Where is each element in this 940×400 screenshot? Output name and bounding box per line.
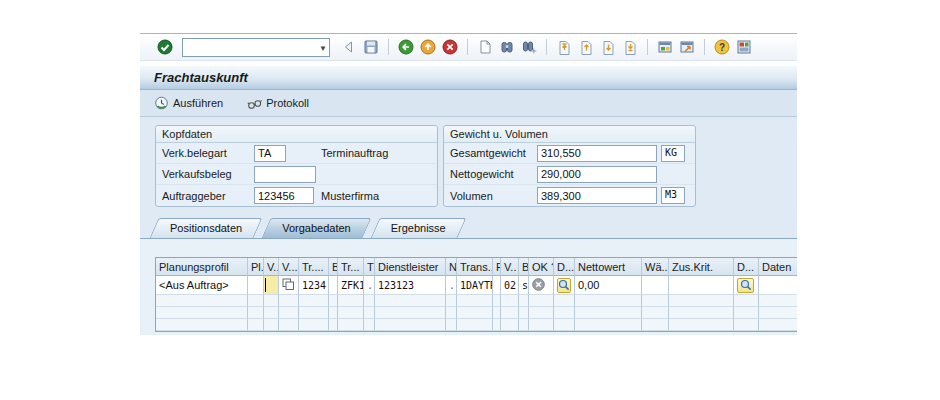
cell-planungsprofil[interactable]: <Aus Auftrag>	[156, 276, 248, 295]
volumen-input[interactable]	[537, 187, 657, 204]
first-page-icon[interactable]	[555, 38, 573, 56]
empty-cell[interactable]	[364, 295, 375, 307]
cell-pl[interactable]	[248, 276, 264, 295]
new-session-icon[interactable]	[656, 38, 674, 56]
empty-cell[interactable]	[364, 319, 375, 331]
column-header-b2[interactable]: B	[519, 258, 529, 276]
find-next-icon[interactable]	[520, 38, 538, 56]
empty-cell[interactable]	[338, 319, 364, 331]
empty-cell[interactable]	[669, 295, 734, 307]
empty-cell[interactable]	[493, 319, 501, 331]
column-header-v1[interactable]: V..	[264, 258, 279, 276]
column-header-pl[interactable]: Pl...	[248, 258, 264, 276]
shortcut-icon[interactable]	[678, 38, 696, 56]
enter-icon[interactable]	[156, 38, 174, 56]
empty-cell[interactable]	[669, 319, 734, 331]
cancel-icon[interactable]	[441, 38, 459, 56]
prev-page-icon[interactable]	[577, 38, 595, 56]
tab-positionsdaten[interactable]: Positionsdaten	[154, 218, 258, 238]
cell-r[interactable]	[493, 276, 501, 295]
empty-cell[interactable]	[501, 307, 519, 319]
column-header-r[interactable]: R	[493, 258, 501, 276]
empty-cell[interactable]	[264, 319, 279, 331]
empty-cell[interactable]	[329, 307, 338, 319]
empty-cell[interactable]	[156, 307, 248, 319]
empty-cell[interactable]	[493, 307, 501, 319]
empty-cell[interactable]	[529, 319, 554, 331]
cell-waehrung[interactable]	[642, 276, 669, 295]
find-icon[interactable]	[498, 38, 516, 56]
column-header-nettowert[interactable]: Nettowert	[575, 258, 642, 276]
cell-v3[interactable]: 02	[501, 276, 519, 295]
empty-cell[interactable]	[734, 307, 759, 319]
empty-cell[interactable]	[759, 319, 797, 331]
column-header-n[interactable]: N	[446, 258, 457, 276]
empty-cell[interactable]	[669, 307, 734, 319]
empty-cell[interactable]	[338, 295, 364, 307]
empty-cell[interactable]	[375, 295, 446, 307]
column-header-zuskrit[interactable]: Zus.Krit.	[669, 258, 734, 276]
empty-cell[interactable]	[529, 295, 554, 307]
empty-cell[interactable]	[529, 307, 554, 319]
column-header-d1[interactable]: D...	[554, 258, 575, 276]
cell-daten[interactable]	[759, 276, 797, 295]
back-icon[interactable]	[340, 38, 358, 56]
nettogewicht-input[interactable]	[537, 166, 657, 183]
empty-cell[interactable]	[642, 295, 669, 307]
empty-cell[interactable]	[759, 307, 797, 319]
detail-search-button[interactable]	[557, 278, 571, 293]
column-header-t[interactable]: T	[364, 258, 375, 276]
empty-cell[interactable]	[446, 307, 457, 319]
empty-cell[interactable]	[338, 307, 364, 319]
empty-cell[interactable]	[299, 319, 329, 331]
empty-cell[interactable]	[156, 319, 248, 331]
empty-cell[interactable]	[575, 295, 642, 307]
empty-cell[interactable]	[642, 307, 669, 319]
empty-cell[interactable]	[734, 295, 759, 307]
save-icon[interactable]	[362, 38, 380, 56]
protokoll-button[interactable]: Protokoll	[245, 94, 309, 112]
cell-ok[interactable]	[529, 276, 554, 295]
column-header-d2[interactable]: D...	[734, 258, 759, 276]
empty-cell[interactable]	[248, 319, 264, 331]
column-header-trans[interactable]: Trans...	[457, 258, 493, 276]
empty-cell[interactable]	[519, 319, 529, 331]
empty-cell[interactable]	[759, 295, 797, 307]
tab-vorgabedaten[interactable]: Vorgabedaten	[266, 218, 367, 238]
empty-cell[interactable]	[329, 319, 338, 331]
column-header-v2[interactable]: V...	[279, 258, 299, 276]
empty-cell[interactable]	[279, 319, 299, 331]
column-header-b1[interactable]: B	[329, 258, 338, 276]
column-header-tr1[interactable]: Tr....	[299, 258, 329, 276]
cell-dienstleister[interactable]: 123123	[375, 276, 446, 295]
cell-tr1[interactable]: 1234	[299, 276, 329, 295]
empty-cell[interactable]	[279, 307, 299, 319]
command-field[interactable]	[182, 38, 330, 57]
empty-cell[interactable]	[519, 307, 529, 319]
cell-trans[interactable]: 1DAYTR	[457, 276, 493, 295]
copy-icon[interactable]	[282, 278, 295, 293]
column-header-ok[interactable]: OK ?	[529, 258, 554, 276]
column-header-tr2[interactable]: Tr...	[338, 258, 364, 276]
chevron-down-icon[interactable]: ▼	[319, 44, 327, 53]
empty-cell[interactable]	[493, 295, 501, 307]
empty-cell[interactable]	[375, 307, 446, 319]
empty-cell[interactable]	[446, 319, 457, 331]
cell-tr2[interactable]: ZFK1	[338, 276, 364, 295]
gesamtgewicht-input[interactable]	[537, 145, 657, 162]
exit-icon[interactable]	[419, 38, 437, 56]
verkbelegart-input[interactable]	[254, 145, 286, 162]
detail-search-button-2[interactable]	[737, 278, 754, 293]
empty-cell[interactable]	[446, 295, 457, 307]
tab-ergebnisse[interactable]: Ergebnisse	[375, 218, 462, 238]
cell-d2[interactable]	[734, 276, 759, 295]
execute-button[interactable]: Ausführen	[152, 94, 223, 112]
empty-cell[interactable]	[457, 319, 493, 331]
column-header-waehrung[interactable]: Wä...	[642, 258, 669, 276]
empty-cell[interactable]	[554, 307, 575, 319]
cell-zuskrit[interactable]	[669, 276, 734, 295]
cell-v2[interactable]	[279, 276, 299, 295]
empty-cell[interactable]	[329, 295, 338, 307]
help-icon[interactable]: ?	[713, 38, 731, 56]
empty-cell[interactable]	[554, 319, 575, 331]
